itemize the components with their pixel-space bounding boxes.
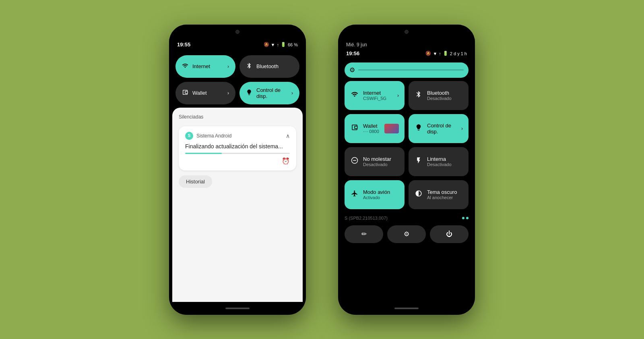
camera-dot [235, 30, 239, 34]
flashlight-icon [415, 157, 422, 166]
phone2-status-icons: 🔕 ▼ ↑ 🔋 2 d y 1 h [425, 51, 467, 56]
signal-icon: ↑ [277, 42, 279, 47]
dot-2 [466, 217, 469, 219]
tile-wallet[interactable]: Wallet › [175, 82, 235, 104]
airplane-icon [351, 190, 358, 199]
phone1: 19:55 🔕 ▼ ↑ 🔋 66 % Internet › [169, 25, 306, 315]
phone1-shell: 19:55 🔕 ▼ ↑ 🔋 66 % Internet › [169, 25, 306, 315]
notif-action-row: ⏰ [185, 157, 290, 165]
phone1-status-icons: 🔕 ▼ ↑ 🔋 66 % [264, 42, 298, 47]
airplane-text-group: Modo avión Activado [363, 189, 398, 200]
battery-icon2: 🔋 [443, 51, 448, 56]
tile-internet-chevron: › [227, 64, 229, 69]
expand-icon[interactable]: ∧ [286, 133, 290, 139]
home-indicator2 [394, 308, 419, 309]
tile-internet[interactable]: Internet › [175, 55, 235, 78]
darkmode-icon [415, 190, 422, 199]
tile2-airplane[interactable]: Modo avión Activado [345, 180, 405, 209]
tile2-wallet[interactable]: Wallet ···· 0800 [345, 114, 405, 143]
quick-tiles: Internet › Bluetooth Wallet › [169, 50, 306, 108]
tile-wallet-label: Wallet [192, 90, 223, 96]
build-info-row: S (SPB2.210513.007) [338, 212, 475, 222]
tile2-dnd-label: No molestar [363, 156, 398, 162]
darkmode-text-group: Tema oscuro Al anochecer [427, 189, 462, 200]
tile-wallet-chevron: › [227, 90, 229, 96]
phone1-time: 19:55 [177, 42, 190, 48]
notif-app-icon: S [185, 132, 193, 140]
phone1-screen: Internet › Bluetooth Wallet › [169, 50, 306, 302]
wifi-icon: ▼ [271, 42, 275, 47]
tile2-flashlight[interactable]: Linterna Desactivado [409, 147, 469, 176]
phone2-top-bar [338, 25, 475, 39]
wifi-tile-icon [182, 62, 188, 71]
bluetooth-text-group: Bluetooth Desactivado [427, 90, 462, 101]
settings-button[interactable]: ⚙ [387, 225, 426, 243]
phone1-bottom [169, 302, 306, 315]
quick-tiles2: Internet CSWiFi_5G › Bluetooth Desactiva… [338, 81, 475, 212]
edit-button[interactable]: ✏ [345, 225, 383, 243]
phone2-screen: ⚙ Internet CSWiFi_5G › [338, 59, 475, 302]
bluetooth-icon-tile2 [415, 91, 422, 100]
control-text-group: Control de disp. [427, 123, 462, 135]
dnd-text-group: No molestar Desactivado [363, 156, 398, 167]
wallet-card-thumbnail [384, 124, 399, 133]
bulb-icon-tile2 [415, 124, 422, 133]
phone2: Mié. 9 jun 19:56 🔕 ▼ ↑ 🔋 2 d y 1 h ⚙ [338, 25, 475, 315]
brightness-bar[interactable]: ⚙ [345, 62, 469, 78]
tile2-flashlight-subtitle: Desactivado [427, 162, 462, 167]
wifi-icon-tile2 [351, 91, 358, 100]
tile2-dnd[interactable]: No molestar Desactivado [345, 147, 405, 176]
signal-icon2: ↑ [439, 51, 441, 56]
tile2-control-chevron: › [461, 126, 463, 131]
tile-bluetooth[interactable]: Bluetooth [239, 55, 299, 78]
edit-icon: ✏ [361, 230, 367, 238]
phone2-time: 19:56 [346, 50, 359, 56]
battery-percent: 66 % [288, 42, 298, 47]
notification-panel: Silenciadas S Sistema Android ∧ Finaliza… [172, 108, 303, 302]
notif-card[interactable]: S Sistema Android ∧ Finalizando actualiz… [179, 126, 296, 171]
notif-app-info: S Sistema Android [185, 132, 231, 140]
wifi-icon2: ▼ [433, 51, 437, 56]
tile2-bluetooth-subtitle: Desactivado [427, 96, 462, 101]
history-button[interactable]: Historial [179, 175, 212, 188]
notif-app-name: Sistema Android [196, 133, 231, 139]
tile-bluetooth-label: Bluetooth [256, 63, 293, 69]
mute-icon2: 🔕 [425, 51, 431, 56]
bluetooth-tile-icon [246, 62, 252, 71]
bulb-tile-icon [246, 89, 252, 97]
tile-control-chevron: › [291, 90, 293, 96]
wallet-tile-icon [182, 89, 188, 97]
home-indicator [225, 308, 250, 309]
phone2-date: Mié. 9 jun [346, 42, 367, 48]
tile-control[interactable]: Control de disp. › [239, 82, 299, 104]
notif-progress-bar [185, 153, 290, 154]
phone1-top-bar [169, 25, 306, 39]
tile2-control-label: Control de disp. [427, 123, 462, 135]
tile2-control[interactable]: Control de disp. › [409, 114, 469, 143]
tile2-internet-subtitle: CSWiFi_5G [363, 96, 398, 101]
tile2-bluetooth[interactable]: Bluetooth Desactivado [409, 81, 469, 110]
internet-text-group: Internet CSWiFi_5G [363, 90, 398, 101]
notif-section-label: Silenciadas [179, 114, 296, 120]
alarm-icon[interactable]: ⏰ [282, 157, 290, 165]
tile-control-label: Control de disp. [256, 87, 287, 99]
battery-icon: 🔋 [281, 42, 286, 47]
dnd-icon [351, 157, 358, 166]
flashlight-text-group: Linterna Desactivado [427, 156, 462, 167]
phone2-shell: Mié. 9 jun 19:56 🔕 ▼ ↑ 🔋 2 d y 1 h ⚙ [338, 25, 475, 315]
wallet-icon-tile2 [351, 124, 358, 133]
mute-icon: 🔕 [264, 42, 269, 47]
phone2-date-area: Mié. 9 jun [338, 39, 475, 48]
tile2-dnd-subtitle: Desactivado [363, 162, 398, 167]
tile2-internet-label: Internet [363, 90, 398, 96]
notif-header: S Sistema Android ∧ [185, 132, 290, 140]
tile2-darkmode[interactable]: Tema oscuro Al anochecer [409, 180, 469, 209]
tile2-internet[interactable]: Internet CSWiFi_5G › [345, 81, 405, 110]
tile-internet-label: Internet [192, 63, 223, 69]
phone2-status-bar: 19:56 🔕 ▼ ↑ 🔋 2 d y 1 h [338, 48, 475, 59]
tile2-flashlight-label: Linterna [427, 156, 462, 162]
power-button[interactable]: ⏻ [430, 225, 469, 243]
notif-progress-fill [185, 153, 222, 154]
tile2-darkmode-label: Tema oscuro [427, 189, 462, 195]
dot-1 [462, 217, 464, 219]
